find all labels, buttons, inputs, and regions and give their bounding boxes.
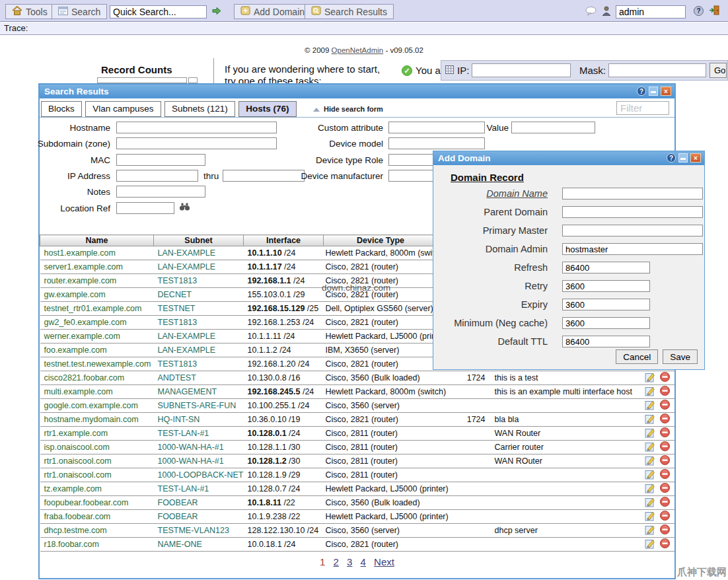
edit-icon[interactable] xyxy=(645,400,655,412)
delete-icon[interactable] xyxy=(660,414,670,425)
edit-icon[interactable] xyxy=(645,538,655,551)
column-header-subnet[interactable]: Subnet xyxy=(154,235,244,246)
subnet-link[interactable]: FOOBEAR xyxy=(154,510,244,524)
edit-icon[interactable] xyxy=(645,469,655,482)
delete-icon[interactable] xyxy=(660,441,670,453)
host-link[interactable]: rtr1.example.com xyxy=(40,427,154,441)
tools-button[interactable]: Tools xyxy=(5,4,54,19)
delete-icon[interactable] xyxy=(660,386,670,398)
host-link[interactable]: isp.onaiscool.com xyxy=(40,441,154,454)
quick-search-go-icon[interactable] xyxy=(212,6,221,18)
field-input[interactable] xyxy=(562,280,650,292)
host-link[interactable]: foopubear.foobear.com xyxy=(40,496,154,510)
window-close-icon[interactable]: × xyxy=(690,153,701,163)
custom-attribute-input[interactable] xyxy=(388,122,485,133)
host-link[interactable]: foo.example.com xyxy=(40,344,154,357)
host-link[interactable]: tz.example.com xyxy=(40,482,154,496)
subnet-link[interactable]: TEST-LAN-#1 xyxy=(154,482,244,496)
username-input[interactable] xyxy=(616,5,686,18)
hostname-input[interactable] xyxy=(116,122,277,133)
host-link[interactable]: r18.foobar.com xyxy=(40,538,154,552)
tab-hosts[interactable]: Hosts (76) xyxy=(238,101,296,117)
column-header-interface[interactable]: Interface xyxy=(244,235,324,246)
subnet-link[interactable]: HQ-INT-SN xyxy=(154,413,244,427)
host-link[interactable]: fraba.foobear.com xyxy=(40,510,154,524)
column-header-name[interactable]: Name xyxy=(40,235,154,246)
subnet-link[interactable]: LAN-EXAMPLE xyxy=(154,260,244,274)
ip-from-input[interactable] xyxy=(116,170,198,182)
host-link[interactable]: cisco2821.foobar.com xyxy=(40,371,154,385)
delete-icon[interactable] xyxy=(660,525,670,536)
quick-search-input[interactable] xyxy=(110,5,207,18)
subnet-link[interactable]: ANDTEST xyxy=(154,371,244,385)
edit-icon[interactable] xyxy=(645,497,655,509)
field-input[interactable] xyxy=(562,336,650,347)
subdomain-input[interactable] xyxy=(116,137,277,149)
value-input[interactable] xyxy=(511,122,595,133)
notes-input[interactable] xyxy=(116,186,205,198)
field-input[interactable] xyxy=(562,317,650,329)
subnet-link[interactable]: 1000-LOOPBACK-NET xyxy=(154,468,244,482)
edit-icon[interactable] xyxy=(645,525,655,537)
delete-icon[interactable] xyxy=(660,400,670,412)
subnet-link[interactable]: DECNET xyxy=(154,288,244,302)
window-minimize-icon[interactable] xyxy=(678,153,688,163)
subnet-link[interactable]: TEST-LAN-#1 xyxy=(154,427,244,441)
delete-icon[interactable] xyxy=(660,511,670,523)
mac-input[interactable] xyxy=(116,154,205,166)
host-link[interactable]: server1.example.com xyxy=(40,260,154,274)
subnet-link[interactable]: SUBNETS-ARE-FUN xyxy=(154,399,244,413)
host-link[interactable]: rtr1.onaiscool.com xyxy=(40,468,154,482)
subnet-link[interactable]: TESTNET xyxy=(154,302,244,316)
ip-input[interactable] xyxy=(472,63,571,77)
subnet-link[interactable]: TESTME-VLAN123 xyxy=(154,524,244,538)
save-button[interactable]: Save xyxy=(663,349,698,364)
search-results-toolbar-button[interactable]: Search Results xyxy=(305,4,394,19)
add-domain-titlebar[interactable]: Add Domain ? × xyxy=(433,151,704,165)
edit-icon[interactable] xyxy=(645,427,655,440)
page-link-2[interactable]: 2 xyxy=(334,556,339,567)
tab-blocks[interactable]: Blocks xyxy=(41,101,82,117)
field-input[interactable] xyxy=(562,262,650,273)
help-icon[interactable]: ? xyxy=(694,6,704,16)
edit-icon[interactable] xyxy=(645,441,655,454)
location-ref-input[interactable] xyxy=(116,202,174,214)
delete-icon[interactable] xyxy=(660,455,670,467)
subnet-link[interactable]: 1000-WAN-HA-#1 xyxy=(154,441,244,454)
host-link[interactable]: hostname.mydomain.com xyxy=(40,413,154,427)
page-next-link[interactable]: Next xyxy=(374,556,394,567)
field-input[interactable] xyxy=(562,225,703,236)
field-input[interactable] xyxy=(562,243,703,255)
page-link-3[interactable]: 3 xyxy=(347,556,352,567)
mask-input[interactable] xyxy=(608,63,706,77)
field-input[interactable] xyxy=(562,299,650,310)
edit-icon[interactable] xyxy=(645,455,655,468)
host-link[interactable]: multi.example.com xyxy=(40,385,154,399)
host-link[interactable]: gw.example.com xyxy=(40,288,154,302)
tab-subnets[interactable]: Subnets (121) xyxy=(164,101,235,117)
subnet-link[interactable]: LAN-EXAMPLE xyxy=(154,330,244,344)
edit-icon[interactable] xyxy=(645,372,655,384)
host-link[interactable]: testnet_rtr01.example.com xyxy=(40,302,154,316)
subnet-link[interactable]: NAME-ONE xyxy=(154,538,244,552)
window-close-icon[interactable]: × xyxy=(661,87,671,96)
delete-icon[interactable] xyxy=(660,538,670,550)
subnet-link[interactable]: FOOBEAR xyxy=(154,496,244,510)
window-help-icon[interactable]: ? xyxy=(667,153,676,163)
subnet-link[interactable]: TEST1813 xyxy=(154,274,244,288)
go-button[interactable]: Go xyxy=(710,63,727,78)
column-header-device-type[interactable]: Device Type xyxy=(324,235,438,246)
field-input[interactable] xyxy=(562,188,703,199)
feedback-bubble-icon[interactable] xyxy=(585,7,597,18)
field-input[interactable] xyxy=(562,206,703,218)
host-link[interactable]: dhcp.testme.com xyxy=(40,524,154,538)
calculator-grid-icon[interactable] xyxy=(445,65,454,77)
delete-icon[interactable] xyxy=(660,372,670,384)
hide-search-form-toggle[interactable]: Hide search form xyxy=(313,105,383,113)
host-link[interactable]: rtr1.onaiscool.com xyxy=(40,454,154,468)
delete-icon[interactable] xyxy=(660,469,670,481)
host-link[interactable]: google.com.example.com xyxy=(40,399,154,413)
host-link[interactable]: router.example.com xyxy=(40,274,154,288)
tab-vlan-campuses[interactable]: Vlan campuses xyxy=(85,101,161,117)
ip-thru-input[interactable] xyxy=(223,170,305,182)
